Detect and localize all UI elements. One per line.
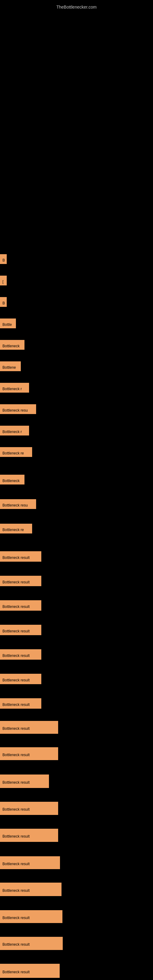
bottleneck-result-item[interactable]: Bottlene [0, 361, 21, 371]
bottleneck-result-item[interactable]: Bottleneck result [0, 964, 60, 978]
bottleneck-result-item[interactable]: Bottleneck result [0, 937, 63, 950]
bottleneck-result-item[interactable]: Bottleneck r [0, 426, 29, 436]
bottleneck-result-item[interactable]: Bottleneck result [0, 600, 41, 611]
bottleneck-result-item[interactable]: Bottleneck result [0, 829, 58, 842]
bottleneck-result-item[interactable]: Bottleneck result [0, 649, 41, 660]
bottleneck-result-item[interactable]: Bottleneck [0, 340, 24, 350]
bottleneck-result-item[interactable]: [ [0, 275, 7, 285]
bottleneck-result-item[interactable]: Bottleneck result [0, 802, 58, 815]
bottleneck-result-item[interactable]: Bottleneck [0, 475, 24, 485]
bottleneck-result-item[interactable]: Bottleneck result [0, 625, 41, 635]
bottleneck-result-item[interactable]: Bottleneck result [0, 747, 58, 760]
bottleneck-result-item[interactable]: Bottleneck result [0, 910, 62, 923]
bottleneck-result-item[interactable]: Bottleneck result [0, 883, 62, 896]
bottleneck-result-item[interactable]: Bottleneck re [0, 524, 32, 533]
bottleneck-result-item[interactable]: Bottleneck resu [0, 499, 36, 509]
bottleneck-result-item[interactable]: Bottleneck result [0, 721, 58, 734]
bottleneck-result-item[interactable]: Bottleneck result [0, 856, 60, 869]
bottleneck-result-item[interactable]: B [0, 254, 7, 264]
bottleneck-result-item[interactable]: Bottleneck r [0, 383, 29, 393]
bottleneck-result-item[interactable]: Bottleneck result [0, 674, 41, 684]
bottleneck-result-item[interactable]: B [0, 297, 7, 307]
site-title: TheBottlenecker.com [0, 2, 153, 11]
bottleneck-result-item[interactable]: Bottleneck resu [0, 404, 36, 414]
bottleneck-result-item[interactable]: Bottleneck result [0, 775, 49, 788]
bottleneck-result-item[interactable]: Bottleneck result [0, 698, 41, 709]
bottleneck-result-item[interactable]: Bottleneck re [0, 447, 32, 457]
bottleneck-result-item[interactable]: Bottleneck result [0, 551, 41, 562]
bottleneck-result-item[interactable]: Bottleneck result [0, 576, 41, 586]
bottleneck-result-item[interactable]: Bottle [0, 318, 16, 328]
